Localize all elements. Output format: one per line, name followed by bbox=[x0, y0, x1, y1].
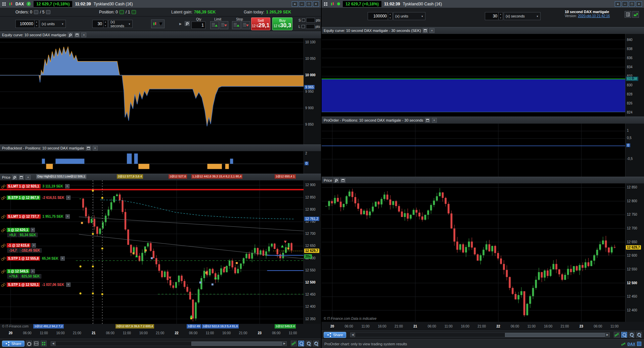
detach-window-icon[interactable] bbox=[75, 33, 80, 37]
position-settings-icon[interactable] bbox=[132, 10, 136, 14]
position-list-icon[interactable] bbox=[120, 10, 124, 14]
app-grid-icon[interactable] bbox=[2, 2, 6, 6]
chart-growth-icon[interactable] bbox=[614, 332, 620, 338]
cancel-order-button[interactable]: × bbox=[31, 269, 35, 273]
limit-pts-input[interactable] bbox=[306, 24, 315, 29]
anchor-dot[interactable] bbox=[101, 293, 103, 295]
anchor-dot[interactable] bbox=[92, 233, 94, 235]
link-icon[interactable] bbox=[1, 283, 6, 287]
detach-window-icon[interactable] bbox=[86, 146, 91, 150]
cancel-order-button[interactable]: × bbox=[66, 195, 71, 200]
stepper-down-icon[interactable]: ▼ bbox=[499, 16, 503, 20]
link-icon[interactable] bbox=[1, 196, 6, 200]
settings-wrench-icon[interactable] bbox=[68, 33, 73, 37]
units-value[interactable]: 100000 bbox=[368, 12, 388, 20]
scrollbar-track[interactable] bbox=[55, 341, 282, 346]
maximize-button[interactable]: □ bbox=[306, 1, 312, 7]
zoom-in-icon[interactable]: + bbox=[313, 341, 319, 346]
limit-attach-checkbox[interactable] bbox=[302, 25, 305, 28]
zoom-out-icon[interactable]: − bbox=[629, 332, 635, 338]
stepper-up-icon[interactable]: ▲ bbox=[499, 12, 503, 16]
cancel-order-button[interactable]: × bbox=[65, 214, 70, 219]
detach-window-icon[interactable] bbox=[423, 28, 428, 33]
info-icon[interactable]: i bbox=[27, 2, 31, 6]
units-stepper[interactable]: 100000 ▲▼ bbox=[368, 12, 393, 20]
close-panel-icon[interactable]: × bbox=[93, 146, 98, 150]
timeframe-value[interactable]: 30 bbox=[485, 12, 498, 20]
scroll-left-button[interactable]: ◀ bbox=[350, 333, 355, 337]
stepper-up-icon[interactable]: ▲ bbox=[35, 20, 39, 24]
link-icon[interactable] bbox=[1, 257, 6, 261]
link-icon[interactable] bbox=[1, 244, 6, 248]
units-unit-dropdown[interactable]: (x) units ▼ bbox=[393, 12, 425, 20]
anchor-dot[interactable] bbox=[92, 189, 94, 191]
price-chart[interactable]: 12 90012 85012 80012 75012 70012 65012 6… bbox=[0, 180, 321, 324]
stop-sell-button[interactable] bbox=[241, 21, 250, 29]
scroll-left-button[interactable]: ◀ bbox=[51, 341, 55, 346]
sell-button[interactable]: Sell 12 629,1 bbox=[251, 17, 270, 30]
scrollbar-thumb[interactable] bbox=[505, 333, 605, 337]
zoom-select-icon[interactable] bbox=[621, 332, 627, 338]
maximize-button[interactable]: □ bbox=[629, 1, 635, 7]
cancel-order-button[interactable]: × bbox=[60, 256, 65, 261]
positions-chart[interactable]: 10,50-0,5 bbox=[322, 124, 644, 177]
stepper-up-icon[interactable]: ▲ bbox=[103, 20, 107, 24]
units-unit-dropdown[interactable]: (x) units ▼ bbox=[40, 20, 66, 28]
system-chart-icon[interactable] bbox=[632, 11, 639, 18]
timeframe-stepper[interactable]: 30 ▲▼ bbox=[485, 12, 503, 20]
detach-window-icon[interactable] bbox=[340, 178, 346, 183]
status-doc-icon[interactable] bbox=[637, 342, 641, 346]
collapse-arrow-icon[interactable]: ▶ bbox=[179, 22, 182, 26]
stop-attach-checkbox[interactable] bbox=[302, 18, 305, 22]
equity-curve-chart[interactable]: 840838836834832830828826824831,38 bbox=[322, 34, 644, 117]
close-panel-icon[interactable]: × bbox=[81, 33, 86, 37]
window-menu-button[interactable]: ≡ bbox=[292, 1, 298, 7]
zoom-out-icon[interactable]: − bbox=[306, 341, 312, 346]
scrollbar-track[interactable] bbox=[355, 333, 605, 337]
timeframe-unit-dropdown[interactable]: (x) seconds ▼ bbox=[504, 12, 541, 20]
equity-curve-chart[interactable]: 10 10010 05010 0009 9509 9009 8509 965 bbox=[0, 38, 321, 144]
stepper-down-icon[interactable]: ▼ bbox=[103, 24, 107, 28]
stop-buy-button[interactable] bbox=[232, 21, 241, 29]
share-button[interactable]: Share bbox=[2, 341, 25, 347]
link-icon[interactable] bbox=[1, 228, 6, 232]
close-panel-icon[interactable]: × bbox=[432, 118, 437, 123]
anchor-dot[interactable] bbox=[80, 265, 82, 267]
share-button[interactable]: Share bbox=[324, 332, 346, 338]
positions-histogram-chart[interactable]: 20 bbox=[0, 151, 321, 174]
anchor-dot[interactable] bbox=[190, 317, 192, 319]
limit-buy-button[interactable] bbox=[210, 21, 219, 29]
zoom-in-icon[interactable]: + bbox=[636, 332, 642, 338]
settings-wrench-icon[interactable] bbox=[334, 178, 339, 183]
scroll-right-button[interactable]: ▶ bbox=[605, 333, 610, 337]
cancel-order-button[interactable]: × bbox=[32, 243, 36, 248]
zoom-select-icon[interactable] bbox=[298, 341, 304, 346]
cancel-order-button[interactable]: × bbox=[65, 184, 70, 188]
timeframe-unit-dropdown[interactable]: (x) seconds ▼ bbox=[108, 20, 133, 28]
minimize-button[interactable]: – bbox=[299, 1, 305, 7]
close-button[interactable]: × bbox=[313, 1, 319, 7]
stop-pts-input[interactable] bbox=[306, 18, 315, 23]
buy-button[interactable]: Buy 12 630,3 bbox=[272, 17, 292, 30]
minimize-button[interactable]: – bbox=[622, 1, 628, 7]
layout-icon[interactable] bbox=[33, 341, 39, 346]
anchor-dot[interactable] bbox=[92, 265, 94, 267]
window-menu-button[interactable]: ≡ bbox=[615, 1, 621, 7]
anchor-dot[interactable] bbox=[92, 293, 94, 295]
orders-settings-icon[interactable] bbox=[46, 10, 50, 14]
status-instrument-link[interactable]: DAX bbox=[628, 342, 635, 346]
horizontal-scrollbar[interactable]: ◀ ▶ bbox=[51, 341, 287, 346]
orders-list-icon[interactable] bbox=[34, 10, 38, 14]
link-icon[interactable] bbox=[1, 184, 6, 188]
link-icon[interactable] bbox=[1, 269, 6, 273]
trend-line[interactable] bbox=[79, 217, 304, 231]
strategy-wrench-icon[interactable] bbox=[185, 21, 190, 26]
version-value-link[interactable]: 2020-okt-10 21:42:16 bbox=[578, 14, 610, 18]
units-value[interactable]: 100000 bbox=[16, 20, 34, 28]
close-panel-icon[interactable]: × bbox=[429, 28, 434, 33]
scroll-right-button[interactable]: ▶ bbox=[282, 341, 287, 346]
grid-green-icon[interactable] bbox=[41, 341, 47, 346]
anchor-dot[interactable] bbox=[101, 248, 103, 250]
detach-window-icon[interactable] bbox=[425, 118, 430, 123]
qty-input[interactable]: 1 bbox=[191, 21, 205, 29]
